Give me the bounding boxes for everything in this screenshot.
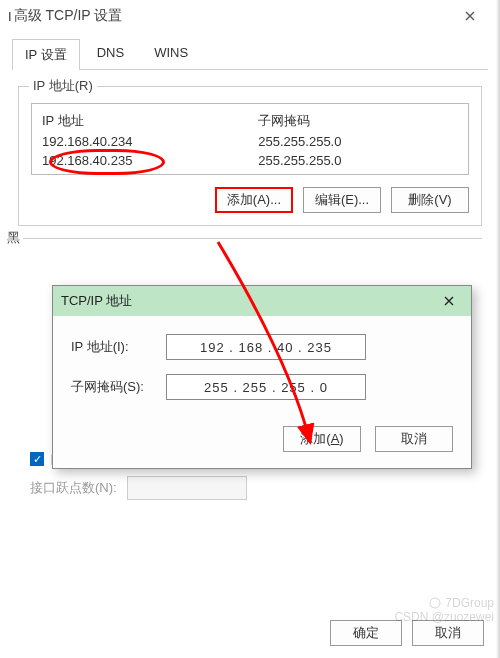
- ip-table-header: IP 地址 子网掩码: [32, 110, 468, 132]
- window-prefix: I: [8, 9, 12, 24]
- tab-dns[interactable]: DNS: [84, 38, 137, 69]
- watermark: 7DGroup CSDN @zuozewei: [394, 596, 494, 624]
- cell-ip: 192.168.40.234: [42, 134, 258, 149]
- interface-metric-label: 接口跃点数(N):: [30, 479, 117, 497]
- tab-ip-settings[interactable]: IP 设置: [12, 39, 80, 70]
- ip-field-label: IP 地址(I):: [71, 338, 166, 356]
- auto-metric-checkbox[interactable]: ✓: [30, 452, 44, 466]
- ip-address-table[interactable]: IP 地址 子网掩码 192.168.40.234 255.255.255.0 …: [31, 103, 469, 175]
- ip-button-row: 添加(A)... 编辑(E)... 删除(V): [31, 187, 469, 213]
- cell-ip: 192.168.40.235: [42, 153, 258, 168]
- ok-button[interactable]: 确定: [330, 620, 402, 646]
- ip-group-legend: IP 地址(R): [29, 77, 97, 95]
- interface-metric-row: 接口跃点数(N):: [30, 476, 476, 500]
- subnet-mask-input[interactable]: 255 . 255 . 255 . 0: [166, 374, 366, 400]
- gateway-legend-fragment: 黑: [4, 229, 23, 247]
- close-icon: [465, 11, 475, 21]
- add-ip-button[interactable]: 添加(A)...: [215, 187, 293, 213]
- watermark-icon: [429, 597, 441, 609]
- window-title: 高级 TCP/IP 设置: [14, 7, 448, 25]
- col-mask: 子网掩码: [258, 112, 458, 130]
- svg-point-0: [430, 598, 440, 608]
- right-shadow: [496, 0, 500, 658]
- col-ip: IP 地址: [42, 112, 258, 130]
- modal-add-button[interactable]: 添加(A): [283, 426, 361, 452]
- ip-address-input[interactable]: 192 . 168 . 40 . 235: [166, 334, 366, 360]
- table-row[interactable]: 192.168.40.234 255.255.255.0: [32, 132, 468, 151]
- table-row[interactable]: 192.168.40.235 255.255.255.0: [32, 151, 468, 170]
- delete-ip-button[interactable]: 删除(V): [391, 187, 469, 213]
- interface-metric-input: [127, 476, 247, 500]
- cell-mask: 255.255.255.0: [258, 153, 458, 168]
- tcpip-address-dialog: TCP/IP 地址 IP 地址(I): 192 . 168 . 40 . 235…: [52, 285, 472, 469]
- modal-titlebar: TCP/IP 地址: [53, 286, 471, 316]
- cell-mask: 255.255.255.0: [258, 134, 458, 149]
- mask-field-label: 子网掩码(S):: [71, 378, 166, 396]
- edit-ip-button[interactable]: 编辑(E)...: [303, 187, 381, 213]
- tab-bar: IP 设置 DNS WINS: [12, 38, 488, 70]
- modal-button-row: 添加(A) 取消: [53, 420, 471, 468]
- modal-cancel-button[interactable]: 取消: [375, 426, 453, 452]
- window-close-button[interactable]: [448, 0, 492, 32]
- modal-close-button[interactable]: [435, 294, 463, 309]
- tab-wins[interactable]: WINS: [141, 38, 201, 69]
- ip-address-group: IP 地址(R) IP 地址 子网掩码 192.168.40.234 255.2…: [18, 86, 482, 226]
- modal-title: TCP/IP 地址: [61, 292, 435, 310]
- titlebar: I 高级 TCP/IP 设置: [0, 0, 500, 32]
- close-icon: [444, 296, 454, 306]
